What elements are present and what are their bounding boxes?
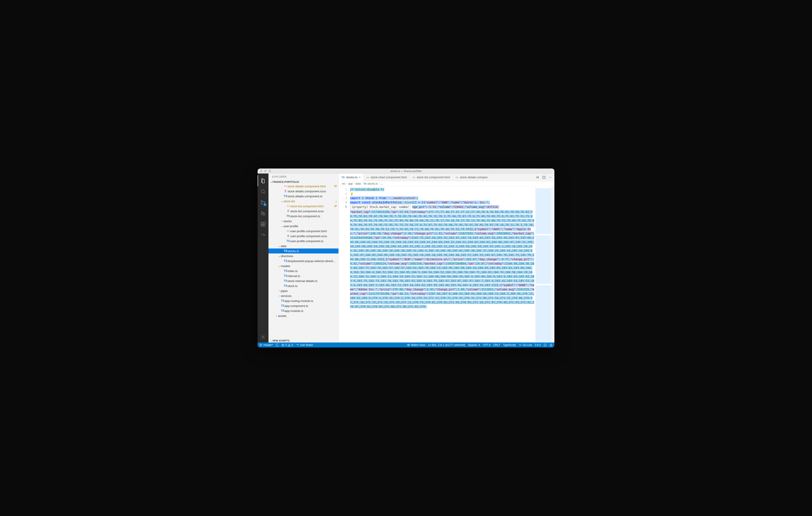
file-item[interactable]: TSstock.ts xyxy=(268,283,339,289)
folder-item[interactable]: ›services xyxy=(268,293,339,298)
lightbulb-icon[interactable]: 💡 xyxy=(350,192,354,195)
split-editor-icon[interactable] xyxy=(542,176,546,179)
eol-status[interactable]: CRLF xyxy=(493,343,500,346)
more-actions-icon[interactable] xyxy=(549,176,552,179)
project-section-header[interactable]: ⌄ FINANCE-PORTFOLIO xyxy=(268,180,339,184)
version-status[interactable]: 3.8.3 xyxy=(535,343,541,346)
encoding-status[interactable]: UTF-8 xyxy=(483,343,491,346)
chevron-down-icon: ⌄ xyxy=(280,200,284,203)
file-item[interactable]: TSdropdownlist-popup-selector.directive.… xyxy=(268,259,339,264)
search-activity[interactable] xyxy=(258,186,268,197)
broadcast-icon xyxy=(519,343,522,346)
compare-changes-icon[interactable] xyxy=(536,176,540,179)
file-item[interactable]: <>stock-list.component.htmlM xyxy=(268,204,339,209)
tree-item-label: app.module.ts xyxy=(285,309,337,312)
breadcrumbs[interactable]: src›app›data›TSstocks.ts›... xyxy=(339,181,554,186)
tree-item-label: user-profile xyxy=(284,224,337,228)
extensions-activity[interactable] xyxy=(258,219,268,230)
editor-tab[interactable]: <>stock-details.compon xyxy=(453,174,491,181)
problems-status[interactable]: 0 0 xyxy=(281,343,293,346)
breadcrumb-item[interactable]: app xyxy=(348,182,353,185)
typescript-icon: TS xyxy=(284,194,288,198)
svg-point-11 xyxy=(549,177,549,178)
breadcrumb-item[interactable]: src xyxy=(342,182,346,185)
file-item[interactable]: ❡user-profile.component.scss xyxy=(268,234,339,239)
folder-item[interactable]: ⌄models xyxy=(268,264,339,268)
file-item[interactable]: TSstock-list.component.ts xyxy=(268,214,339,219)
settings-activity[interactable] xyxy=(258,332,268,342)
tree-item-label: stock.ts xyxy=(288,284,337,288)
file-item[interactable]: TSstock-details.component.ts xyxy=(268,194,339,199)
editor-tab[interactable]: TSstocks.ts× xyxy=(339,174,364,181)
status-bar: master* 0 0 Live Share Watch Sass Ln 581… xyxy=(258,342,554,347)
file-item[interactable]: TSapp.module.ts xyxy=(268,308,339,313)
branch-status[interactable]: master* xyxy=(259,343,273,346)
close-tab-icon[interactable]: × xyxy=(359,176,361,179)
svg-point-2 xyxy=(261,204,262,205)
maximize-window-button[interactable] xyxy=(268,170,271,172)
minimap[interactable] xyxy=(535,186,551,342)
scm-activity[interactable]: 5 xyxy=(258,197,268,208)
line-number: 1 xyxy=(340,187,347,192)
minimize-window-button[interactable] xyxy=(264,170,267,172)
tree-item-label: stocks xyxy=(284,219,337,223)
tree-item-label: stock-list.component.scss xyxy=(290,210,337,213)
folder-item[interactable]: ⌄stock-list xyxy=(268,199,339,204)
file-item[interactable]: TSstocks.ts xyxy=(268,248,339,253)
debug-activity[interactable] xyxy=(258,208,268,219)
scm-badge: 5 xyxy=(263,203,267,206)
svg-point-19 xyxy=(520,345,520,345)
file-item[interactable]: ❡stock-list.component.scss xyxy=(268,209,339,214)
folder-item[interactable]: ›stocks xyxy=(268,219,339,223)
tab-label: stock-list.component.html xyxy=(417,176,450,179)
chevron-down-icon: ⌄ xyxy=(278,254,281,257)
breadcrumb-item[interactable]: stocks.ts xyxy=(367,182,378,185)
live-share-status[interactable]: Live Share xyxy=(296,343,313,346)
svg-point-13 xyxy=(551,177,552,178)
editor-tab[interactable]: <>stock-chart.component.html xyxy=(364,174,410,181)
folder-item[interactable]: ⌄directives xyxy=(268,253,339,259)
code-content[interactable]: /* tslint:disable */💡import { Stock } fr… xyxy=(350,186,535,342)
file-item[interactable]: TSinterval.ts xyxy=(268,273,339,278)
tree-item-label: data xyxy=(281,244,337,248)
branch-name: master* xyxy=(263,343,273,346)
chevron-down-icon: ⌄ xyxy=(278,244,281,248)
file-item[interactable]: ❡stock-details.component.scss xyxy=(268,189,339,194)
editor-body: 12345 /* tslint:disable */💡import { Stoc… xyxy=(339,186,554,342)
folder-item[interactable]: ⌄data xyxy=(268,243,339,248)
folder-item[interactable]: ⌄user-profile xyxy=(268,223,339,229)
file-item[interactable]: TSuser-profile.component.ts xyxy=(268,239,339,243)
spaces-status[interactable]: Spaces: 4 xyxy=(468,343,480,346)
html-icon: <> xyxy=(286,230,290,233)
line-number: 2 xyxy=(340,192,347,196)
chevron-right-icon: › xyxy=(278,294,281,297)
cursor-position-status[interactable]: Ln 581, Col 1 (41277 selected) xyxy=(428,343,465,346)
go-live-status[interactable]: Go Live xyxy=(519,343,532,346)
close-window-button[interactable] xyxy=(260,170,262,172)
file-item[interactable]: TSstock-interval-details.ts xyxy=(268,278,339,283)
live-share-activity[interactable] xyxy=(258,230,268,241)
vertical-scrollbar[interactable] xyxy=(551,186,554,342)
file-item[interactable]: <>user-profile.component.html xyxy=(268,229,339,234)
notifications-status[interactable] xyxy=(549,343,553,346)
live-share-label: Live Share xyxy=(300,343,313,346)
language-status[interactable]: TypeScript xyxy=(503,343,516,346)
svg-point-9 xyxy=(262,336,264,338)
file-item[interactable]: TSapp.component.ts xyxy=(268,303,339,308)
file-item[interactable]: TSindex.ts xyxy=(268,268,339,273)
breadcrumb-item[interactable]: data xyxy=(355,182,361,185)
file-item[interactable]: TSapp-routing.module.ts xyxy=(268,298,339,303)
editor-area: TSstocks.ts×<>stock-chart.component.html… xyxy=(339,174,554,342)
breadcrumb-item[interactable]: ... xyxy=(381,182,383,185)
feedback-status[interactable] xyxy=(544,343,547,346)
npm-section-header[interactable]: › NPM SCRIPTS xyxy=(268,339,339,342)
explorer-activity[interactable] xyxy=(258,175,268,186)
editor-tab[interactable]: <>stock-list.component.html xyxy=(410,174,453,181)
file-item[interactable]: <>stock-details.component.htmlM xyxy=(268,184,339,189)
folder-item[interactable]: ›assets xyxy=(268,313,339,318)
breadcrumb-separator: › xyxy=(379,182,380,185)
scss-icon: ❡ xyxy=(284,190,288,193)
sync-status[interactable] xyxy=(276,343,279,346)
watch-sass-status[interactable]: Watch Sass xyxy=(407,343,426,346)
folder-item[interactable]: ›pipes xyxy=(268,289,339,293)
